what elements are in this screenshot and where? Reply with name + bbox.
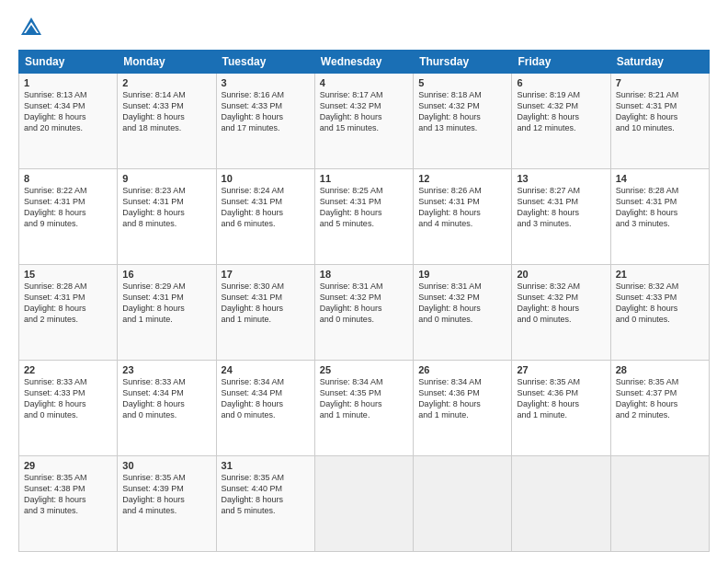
- calendar-cell: 4Sunrise: 8:17 AM Sunset: 4:32 PM Daylig…: [314, 74, 413, 169]
- calendar-cell: 23Sunrise: 8:33 AM Sunset: 4:34 PM Dayli…: [118, 361, 216, 456]
- weekday-header: Thursday: [414, 51, 512, 74]
- day-number: 3: [222, 77, 310, 88]
- day-number: 10: [222, 173, 310, 184]
- day-number: 7: [616, 77, 704, 88]
- calendar-week-row: 1Sunrise: 8:13 AM Sunset: 4:34 PM Daylig…: [19, 74, 710, 169]
- day-info: Sunrise: 8:19 AM Sunset: 4:32 PM Dayligh…: [517, 89, 605, 134]
- day-number: 29: [24, 460, 112, 471]
- calendar-cell: 10Sunrise: 8:24 AM Sunset: 4:31 PM Dayli…: [216, 169, 314, 265]
- day-info: Sunrise: 8:26 AM Sunset: 4:31 PM Dayligh…: [418, 185, 506, 230]
- day-number: 25: [320, 364, 408, 375]
- calendar-cell: 30Sunrise: 8:35 AM Sunset: 4:39 PM Dayli…: [118, 456, 216, 552]
- calendar-cell: 6Sunrise: 8:19 AM Sunset: 4:32 PM Daylig…: [512, 74, 610, 169]
- calendar-cell: 26Sunrise: 8:34 AM Sunset: 4:36 PM Dayli…: [414, 361, 512, 456]
- calendar-header-row: SundayMondayTuesdayWednesdayThursdayFrid…: [19, 51, 710, 74]
- weekday-header: Monday: [118, 51, 216, 74]
- day-info: Sunrise: 8:24 AM Sunset: 4:31 PM Dayligh…: [222, 185, 310, 230]
- calendar-cell: 15Sunrise: 8:28 AM Sunset: 4:31 PM Dayli…: [19, 265, 118, 361]
- day-number: 8: [24, 173, 112, 184]
- calendar-week-row: 22Sunrise: 8:33 AM Sunset: 4:33 PM Dayli…: [19, 361, 710, 456]
- day-number: 9: [122, 173, 210, 184]
- weekday-header: Sunday: [19, 51, 118, 74]
- day-info: Sunrise: 8:28 AM Sunset: 4:31 PM Dayligh…: [616, 185, 704, 230]
- day-number: 6: [517, 77, 605, 88]
- day-number: 30: [122, 460, 210, 471]
- calendar-cell: 14Sunrise: 8:28 AM Sunset: 4:31 PM Dayli…: [610, 169, 709, 265]
- calendar-cell: 29Sunrise: 8:35 AM Sunset: 4:38 PM Dayli…: [19, 456, 118, 552]
- header: [18, 15, 710, 40]
- calendar-cell: [610, 456, 709, 552]
- calendar-cell: 31Sunrise: 8:35 AM Sunset: 4:40 PM Dayli…: [216, 456, 314, 552]
- calendar-cell: 21Sunrise: 8:32 AM Sunset: 4:33 PM Dayli…: [610, 265, 709, 361]
- day-number: 27: [517, 364, 605, 375]
- day-info: Sunrise: 8:34 AM Sunset: 4:36 PM Dayligh…: [418, 376, 506, 421]
- day-info: Sunrise: 8:32 AM Sunset: 4:33 PM Dayligh…: [616, 281, 704, 326]
- calendar-cell: 7Sunrise: 8:21 AM Sunset: 4:31 PM Daylig…: [610, 74, 709, 169]
- day-number: 15: [24, 269, 112, 280]
- day-info: Sunrise: 8:28 AM Sunset: 4:31 PM Dayligh…: [24, 281, 112, 326]
- calendar-cell: 8Sunrise: 8:22 AM Sunset: 4:31 PM Daylig…: [19, 169, 118, 265]
- day-number: 21: [616, 269, 704, 280]
- day-number: 22: [24, 364, 112, 375]
- calendar-cell: 2Sunrise: 8:14 AM Sunset: 4:33 PM Daylig…: [118, 74, 216, 169]
- day-number: 16: [122, 269, 210, 280]
- day-info: Sunrise: 8:35 AM Sunset: 4:39 PM Dayligh…: [122, 472, 210, 517]
- calendar-week-row: 15Sunrise: 8:28 AM Sunset: 4:31 PM Dayli…: [19, 265, 710, 361]
- day-number: 18: [320, 269, 408, 280]
- day-info: Sunrise: 8:27 AM Sunset: 4:31 PM Dayligh…: [517, 185, 605, 230]
- day-info: Sunrise: 8:35 AM Sunset: 4:40 PM Dayligh…: [222, 472, 310, 517]
- calendar-week-row: 29Sunrise: 8:35 AM Sunset: 4:38 PM Dayli…: [19, 456, 710, 552]
- calendar-cell: 22Sunrise: 8:33 AM Sunset: 4:33 PM Dayli…: [19, 361, 118, 456]
- logo-icon: [18, 15, 44, 40]
- calendar-cell: 19Sunrise: 8:31 AM Sunset: 4:32 PM Dayli…: [414, 265, 512, 361]
- day-info: Sunrise: 8:35 AM Sunset: 4:36 PM Dayligh…: [517, 376, 605, 421]
- day-number: 31: [222, 460, 310, 471]
- calendar-cell: 27Sunrise: 8:35 AM Sunset: 4:36 PM Dayli…: [512, 361, 610, 456]
- day-number: 1: [24, 77, 112, 88]
- day-number: 20: [517, 269, 605, 280]
- day-number: 26: [418, 364, 506, 375]
- day-info: Sunrise: 8:13 AM Sunset: 4:34 PM Dayligh…: [24, 89, 112, 134]
- calendar-table: SundayMondayTuesdayWednesdayThursdayFrid…: [18, 50, 710, 552]
- calendar-cell: 16Sunrise: 8:29 AM Sunset: 4:31 PM Dayli…: [118, 265, 216, 361]
- day-info: Sunrise: 8:22 AM Sunset: 4:31 PM Dayligh…: [24, 185, 112, 230]
- day-number: 11: [320, 173, 408, 184]
- calendar-week-row: 8Sunrise: 8:22 AM Sunset: 4:31 PM Daylig…: [19, 169, 710, 265]
- day-number: 19: [418, 269, 506, 280]
- day-info: Sunrise: 8:30 AM Sunset: 4:31 PM Dayligh…: [222, 281, 310, 326]
- calendar-cell: 24Sunrise: 8:34 AM Sunset: 4:34 PM Dayli…: [216, 361, 314, 456]
- calendar-cell: 18Sunrise: 8:31 AM Sunset: 4:32 PM Dayli…: [314, 265, 413, 361]
- day-number: 24: [222, 364, 310, 375]
- calendar-cell: [414, 456, 512, 552]
- calendar-cell: 1Sunrise: 8:13 AM Sunset: 4:34 PM Daylig…: [19, 74, 118, 169]
- day-number: 12: [418, 173, 506, 184]
- weekday-header: Wednesday: [314, 51, 413, 74]
- day-info: Sunrise: 8:25 AM Sunset: 4:31 PM Dayligh…: [320, 185, 408, 230]
- day-number: 28: [616, 364, 704, 375]
- day-number: 2: [122, 77, 210, 88]
- day-info: Sunrise: 8:17 AM Sunset: 4:32 PM Dayligh…: [320, 89, 408, 134]
- weekday-header: Tuesday: [216, 51, 314, 74]
- day-info: Sunrise: 8:31 AM Sunset: 4:32 PM Dayligh…: [418, 281, 506, 326]
- day-info: Sunrise: 8:33 AM Sunset: 4:34 PM Dayligh…: [122, 376, 210, 421]
- day-info: Sunrise: 8:16 AM Sunset: 4:33 PM Dayligh…: [222, 89, 310, 134]
- calendar-cell: [314, 456, 413, 552]
- day-info: Sunrise: 8:35 AM Sunset: 4:37 PM Dayligh…: [616, 376, 704, 421]
- calendar-cell: 13Sunrise: 8:27 AM Sunset: 4:31 PM Dayli…: [512, 169, 610, 265]
- day-info: Sunrise: 8:34 AM Sunset: 4:34 PM Dayligh…: [222, 376, 310, 421]
- day-info: Sunrise: 8:23 AM Sunset: 4:31 PM Dayligh…: [122, 185, 210, 230]
- day-number: 5: [418, 77, 506, 88]
- day-info: Sunrise: 8:18 AM Sunset: 4:32 PM Dayligh…: [418, 89, 506, 134]
- day-info: Sunrise: 8:31 AM Sunset: 4:32 PM Dayligh…: [320, 281, 408, 326]
- calendar-cell: 3Sunrise: 8:16 AM Sunset: 4:33 PM Daylig…: [216, 74, 314, 169]
- day-info: Sunrise: 8:33 AM Sunset: 4:33 PM Dayligh…: [24, 376, 112, 421]
- calendar-cell: 28Sunrise: 8:35 AM Sunset: 4:37 PM Dayli…: [610, 361, 709, 456]
- day-info: Sunrise: 8:34 AM Sunset: 4:35 PM Dayligh…: [320, 376, 408, 421]
- day-info: Sunrise: 8:21 AM Sunset: 4:31 PM Dayligh…: [616, 89, 704, 134]
- weekday-header: Saturday: [610, 51, 709, 74]
- page: SundayMondayTuesdayWednesdayThursdayFrid…: [0, 0, 728, 563]
- calendar-cell: 5Sunrise: 8:18 AM Sunset: 4:32 PM Daylig…: [414, 74, 512, 169]
- day-info: Sunrise: 8:14 AM Sunset: 4:33 PM Dayligh…: [122, 89, 210, 134]
- day-number: 14: [616, 173, 704, 184]
- calendar-cell: 9Sunrise: 8:23 AM Sunset: 4:31 PM Daylig…: [118, 169, 216, 265]
